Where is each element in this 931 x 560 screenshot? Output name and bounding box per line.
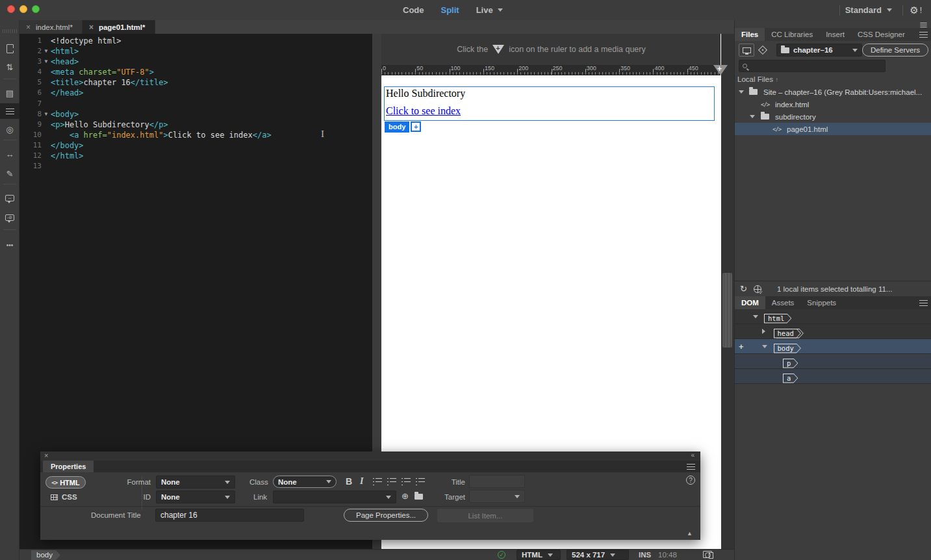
workspace-switcher[interactable]: Standard — [839, 0, 892, 20]
git-icon[interactable] — [758, 45, 767, 55]
code-line[interactable]: 9<p>Hello Subdirectory</p> — [19, 120, 372, 130]
code-line[interactable]: 5<title>chapter 16</title> — [19, 77, 372, 88]
fold-arrow-icon[interactable]: ▼ — [42, 46, 51, 57]
code-line[interactable]: 12</html> — [19, 151, 372, 161]
code-line[interactable]: 8▼<body> — [19, 109, 372, 120]
help-button[interactable]: ? — [686, 476, 695, 485]
dom-tag-body[interactable]: body — [774, 344, 801, 353]
expand-chevron-icon[interactable] — [739, 90, 744, 94]
split-view-button[interactable]: Split — [441, 5, 459, 15]
class-select[interactable]: None — [273, 476, 337, 488]
live-code-button[interactable]: ▤ — [0, 85, 19, 101]
window-size-select[interactable]: 524 x 717 — [567, 550, 629, 560]
dom-tag-head[interactable]: head — [774, 329, 801, 338]
file-tree-item-Site[interactable]: Site – chapter–16 (Grey Rabbit:Users:mic… — [735, 86, 931, 98]
panel-menu-icon[interactable] — [919, 300, 928, 306]
tab-snippets[interactable]: Snippets — [800, 296, 843, 309]
code-view-button[interactable]: Code — [403, 5, 424, 15]
document-title-input[interactable]: chapter 16 — [155, 509, 304, 522]
expand-site-view-button[interactable] — [739, 44, 754, 57]
remote-site-icon[interactable] — [754, 285, 761, 293]
close-icon[interactable]: × — [44, 452, 48, 459]
point-to-file-icon[interactable]: ⊕ — [402, 491, 409, 501]
remove-comment-button[interactable]: -⊘ — [0, 210, 19, 225]
dock-menu-icon[interactable] — [920, 23, 926, 27]
tab-page01-html[interactable]: × page01.html* — [83, 20, 155, 34]
dom-tag-a[interactable]: a — [783, 374, 798, 383]
tab-cc-libraries[interactable]: CC Libraries — [765, 28, 819, 41]
tab-index-html[interactable]: × index.html* — [19, 20, 83, 34]
unordered-list-button[interactable] — [373, 477, 382, 485]
zoom-window-button[interactable] — [32, 5, 40, 13]
code-line[interactable]: 13 — [19, 161, 372, 172]
tab-assets[interactable]: Assets — [765, 296, 801, 309]
collapse-panel-icon[interactable]: « — [691, 452, 695, 459]
file-tree-item-subdirectory[interactable]: subdirectory — [735, 110, 931, 123]
media-query-marker-icon[interactable] — [713, 65, 728, 75]
expand-chevron-icon[interactable] — [762, 329, 765, 334]
doc-type-select[interactable]: HTML — [517, 550, 561, 560]
local-files-header[interactable]: Local Files ↑ — [737, 75, 778, 83]
id-select[interactable]: None — [156, 490, 235, 503]
expand-chevron-icon[interactable] — [753, 315, 758, 318]
bold-button[interactable]: B — [346, 476, 352, 487]
code-line[interactable]: 10 <a href="index.html">Click to see ind… — [19, 130, 372, 140]
open-documents-button[interactable] — [0, 41, 19, 57]
expand-chevron-icon[interactable] — [750, 115, 755, 118]
dom-row-head[interactable]: head — [735, 324, 931, 339]
code-line[interactable]: 4<meta charset="UTF-8"> — [19, 67, 372, 77]
file-tree-item-page01.html[interactable]: </>page01.html — [735, 123, 931, 135]
preview-devices-icon[interactable] — [703, 551, 712, 558]
tab-css-designer[interactable]: CSS Designer — [851, 28, 912, 41]
panel-menu-icon[interactable] — [919, 32, 928, 38]
preview-paragraph[interactable]: Hello Subdirectory — [386, 88, 465, 99]
code-line[interactable]: 1<!doctype html> — [19, 36, 372, 46]
minimize-window-button[interactable] — [19, 5, 27, 13]
inspect-mode-button[interactable]: ◎ — [0, 121, 19, 137]
site-select[interactable]: chapter–16 — [776, 44, 862, 57]
file-tree-item-index.html[interactable]: </>index.html — [735, 98, 931, 110]
code-line[interactable]: 7 — [19, 99, 372, 109]
browse-folder-icon[interactable] — [414, 494, 423, 500]
preview-link[interactable]: Click to see index — [386, 105, 461, 117]
list-item-button[interactable]: List Item... — [437, 509, 533, 522]
fold-arrow-icon[interactable]: ▼ — [42, 109, 51, 120]
file-management-button[interactable]: ⇅ — [0, 59, 19, 75]
live-view-button[interactable]: Live — [476, 5, 503, 15]
code-line[interactable]: 6</head> — [19, 88, 372, 98]
ruler[interactable]: 050100150200250300350400450500 — [381, 65, 721, 75]
tab-properties[interactable]: Properties — [43, 461, 94, 472]
tab-insert[interactable]: Insert — [819, 28, 851, 41]
toolbar-more-button[interactable]: ••• — [0, 237, 19, 253]
panel-menu-icon[interactable] — [687, 464, 695, 470]
dom-row-p[interactable]: p — [735, 354, 931, 369]
close-icon[interactable]: × — [26, 23, 31, 32]
css-mode-button[interactable]: CSS — [51, 493, 77, 501]
title-input[interactable] — [469, 475, 525, 488]
refresh-icon[interactable]: ↻ — [740, 284, 747, 294]
tab-files[interactable]: Files — [735, 28, 765, 41]
lint-ok-icon[interactable]: ✓ — [498, 551, 505, 559]
outdent-button[interactable] — [402, 477, 411, 485]
link-input[interactable] — [273, 490, 396, 503]
italic-button[interactable]: I — [360, 476, 363, 487]
dom-row-html[interactable]: html — [735, 309, 931, 324]
dom-tag-html[interactable]: html — [764, 314, 791, 324]
collapse-up-icon[interactable]: ▲ — [687, 530, 693, 537]
define-servers-button[interactable]: Define Servers — [862, 44, 928, 57]
code-line[interactable]: 11</body> — [19, 140, 372, 151]
format-select[interactable]: None — [156, 476, 235, 489]
close-icon[interactable]: × — [89, 23, 94, 32]
properties-titlebar[interactable]: × « — [40, 452, 700, 461]
close-window-button[interactable] — [7, 5, 15, 13]
ordered-list-button[interactable] — [387, 477, 396, 485]
dom-tag-p[interactable]: p — [783, 359, 798, 368]
page-properties-button[interactable]: Page Properties... — [344, 509, 428, 522]
preview-resize-handle[interactable] — [722, 273, 732, 348]
indent-button[interactable] — [416, 477, 425, 485]
apply-comment-button[interactable]: -- — [0, 190, 19, 206]
files-search-input[interactable] — [739, 60, 886, 72]
tab-dom[interactable]: DOM — [735, 296, 765, 309]
html-mode-button[interactable]: <> HTML — [45, 476, 86, 489]
gear-icon[interactable]: ⚙ — [910, 5, 918, 16]
